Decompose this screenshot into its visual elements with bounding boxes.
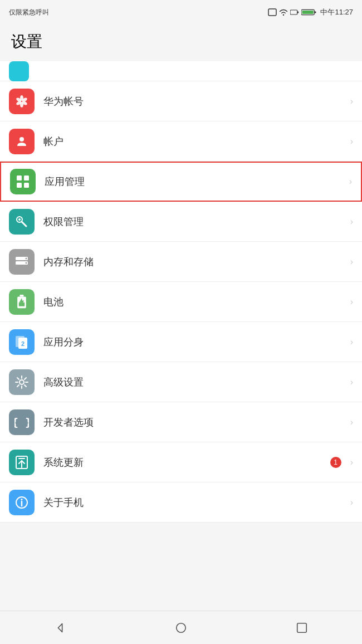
settings-item-app-management[interactable]: 应用管理 › (0, 162, 362, 202)
settings-item-huawei-account[interactable]: 华为帐号 › (0, 81, 362, 121)
svg-rect-17 (24, 183, 29, 188)
partial-item-icon (9, 61, 29, 81)
developer-arrow: › (350, 417, 353, 427)
svg-line-40 (17, 385, 19, 387)
storage-arrow: › (350, 257, 353, 267)
battery-icon (301, 8, 317, 16)
recent-button[interactable] (285, 617, 319, 639)
advanced-arrow: › (350, 377, 353, 387)
svg-point-20 (18, 218, 21, 221)
svg-point-49 (177, 623, 186, 632)
system-update-arrow: › (350, 457, 353, 467)
svg-text:2: 2 (21, 340, 25, 347)
account-arrow: › (350, 136, 353, 147)
svg-rect-15 (24, 175, 29, 180)
page-title: 设置 (0, 25, 362, 61)
advanced-label: 高级设置 (43, 375, 346, 389)
settings-item-permission[interactable]: 权限管理 › (0, 202, 362, 242)
about-icon (9, 490, 35, 515)
app-management-label: 应用管理 (45, 175, 345, 188)
app-management-arrow: › (349, 177, 352, 187)
svg-point-13 (19, 137, 24, 142)
permission-arrow: › (350, 217, 353, 227)
svg-rect-50 (297, 623, 306, 632)
svg-rect-0 (268, 9, 276, 16)
account-icon (9, 129, 35, 154)
svg-rect-16 (17, 183, 22, 188)
battery-label: 电池 (43, 295, 346, 309)
system-update-badge: 1 (330, 457, 341, 468)
svg-point-1 (283, 14, 284, 16)
app-clone-icon: 2 (9, 329, 35, 355)
svg-point-24 (26, 262, 27, 264)
svg-point-47 (21, 499, 23, 500)
app-clone-label: 应用分身 (43, 335, 346, 349)
status-bar: 仅限紧急呼叫 (0, 0, 362, 25)
bottom-nav (0, 611, 362, 644)
svg-rect-2 (290, 10, 297, 14)
storage-icon (9, 249, 35, 275)
svg-rect-6 (315, 11, 316, 13)
svg-rect-25 (20, 295, 24, 296)
settings-item-advanced[interactable]: 高级设置 › (0, 362, 362, 402)
about-arrow: › (350, 497, 353, 508)
huawei-account-arrow: › (350, 96, 353, 106)
developer-icon: { } (9, 409, 35, 435)
about-label: 关于手机 (43, 496, 346, 509)
back-icon (54, 622, 66, 634)
sim-icon (268, 8, 277, 16)
permission-icon (9, 209, 35, 235)
developer-label: 开发者选项 (43, 416, 346, 429)
status-icons (268, 8, 317, 16)
svg-line-37 (17, 378, 19, 379)
status-bar-right: 中午11:27 (268, 7, 353, 17)
settings-item-about[interactable]: 关于手机 › (0, 482, 362, 523)
svg-rect-5 (302, 11, 314, 14)
back-button[interactable] (43, 617, 77, 639)
home-icon (175, 622, 187, 634)
status-bar-left: 仅限紧急呼叫 (9, 8, 49, 17)
status-time: 中午11:27 (320, 7, 353, 17)
settings-list: 华为帐号 › 帐户 › 应用管理 › (0, 61, 362, 523)
system-update-label: 系统更新 (43, 456, 330, 469)
settings-item-developer[interactable]: { } 开发者选项 › (0, 402, 362, 442)
advanced-icon (9, 369, 35, 395)
wifi-icon (279, 8, 288, 16)
battery-arrow: › (350, 297, 353, 307)
svg-point-32 (19, 380, 24, 384)
recent-icon (296, 622, 308, 634)
account-label: 帐户 (43, 135, 346, 148)
svg-marker-48 (58, 623, 62, 632)
huawei-account-icon (9, 89, 35, 114)
partial-top-item[interactable] (0, 61, 362, 81)
svg-text:{ }: { } (14, 416, 29, 429)
svg-rect-14 (17, 175, 22, 180)
home-button[interactable] (164, 617, 198, 639)
settings-item-battery[interactable]: 电池 › (0, 282, 362, 322)
battery-setting-icon (9, 289, 35, 315)
svg-line-19 (22, 222, 26, 226)
svg-line-39 (25, 378, 26, 379)
battery-empty-icon (290, 9, 299, 16)
svg-rect-3 (297, 11, 299, 13)
app-clone-arrow: › (350, 337, 353, 347)
huawei-account-label: 华为帐号 (43, 95, 346, 108)
permission-label: 权限管理 (43, 215, 346, 228)
svg-line-38 (25, 385, 26, 387)
app-management-icon (10, 169, 36, 194)
settings-item-account[interactable]: 帐户 › (0, 121, 362, 162)
settings-item-system-update[interactable]: 系统更新 1 › (0, 442, 362, 482)
settings-item-storage[interactable]: 内存和存储 › (0, 242, 362, 282)
settings-item-app-clone[interactable]: 2 应用分身 › (0, 322, 362, 362)
storage-label: 内存和存储 (43, 255, 346, 269)
svg-point-23 (26, 257, 27, 259)
system-update-icon (9, 450, 35, 475)
